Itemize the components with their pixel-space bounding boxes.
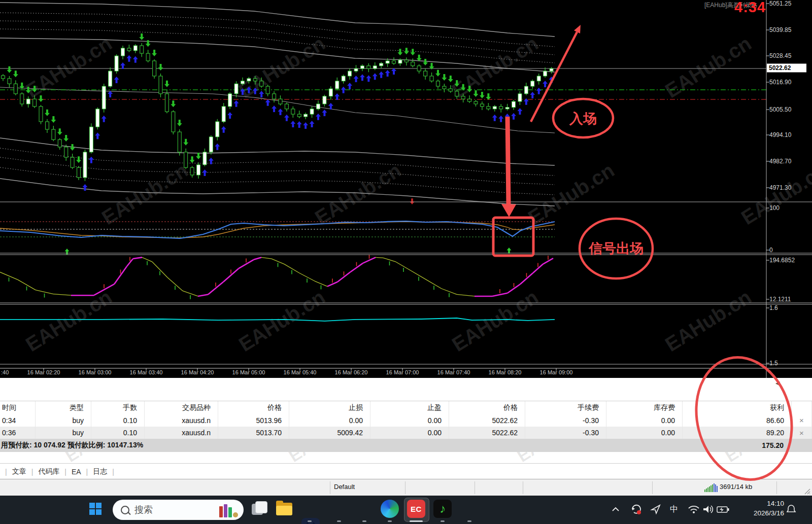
task-view-icon[interactable]	[250, 500, 268, 518]
tab-separator: |	[31, 468, 33, 476]
table-cell: 86.60	[683, 414, 792, 427]
price-scale-label: 1.6	[769, 304, 778, 311]
file-explorer-icon[interactable]	[275, 500, 293, 518]
tray-clock[interactable]: 14:10 2026/3/16	[733, 499, 784, 518]
toolbox-tab-4[interactable]: 日志	[93, 467, 107, 476]
time-scale-label: 16 Mar 07:40	[437, 369, 470, 375]
price-scale-label: 4994.10	[769, 131, 791, 138]
desktop: EAHub.cnEAHub.cnEAHub.cnEAHub.cnEAHub.cn…	[0, 0, 812, 524]
table-cell: -0.30	[525, 427, 606, 439]
speaker-icon[interactable]	[701, 503, 715, 516]
table-cell: 0.00	[289, 414, 370, 427]
taskbar: 搜索 EC ♪	[0, 496, 812, 524]
open-indicator	[388, 520, 392, 522]
time-scale-label: 16 Mar 06:20	[335, 369, 368, 375]
table-cell: 5022.62	[449, 414, 525, 427]
price-scale-label: 0	[769, 247, 773, 254]
column-header[interactable]: 止盈	[370, 401, 449, 414]
location-icon[interactable]	[649, 503, 662, 516]
wifi-icon[interactable]	[687, 503, 700, 516]
column-header[interactable]: 手数	[91, 401, 145, 414]
tray-date: 2026/3/16	[733, 508, 784, 518]
table-cell: 0:34	[0, 414, 36, 427]
price-scale-label: 5051.25	[769, 0, 791, 7]
connection-bars-icon	[704, 482, 719, 493]
price-scale-label: 4971.30	[769, 184, 791, 191]
qq-music-icon[interactable]: ♪	[433, 500, 452, 518]
open-indicator	[467, 520, 471, 522]
resize-grip[interactable]	[804, 488, 811, 495]
table-cell: 0.00	[606, 427, 683, 439]
table-row[interactable]: 0:34buy0.10xauusd.n5013.960.000.005022.6…	[0, 414, 812, 427]
ec-app-icon[interactable]: EC	[407, 500, 425, 518]
time-scale-label: 16 Mar 03:40	[130, 369, 163, 375]
toolbox-tab-2[interactable]: 代码库	[38, 467, 59, 476]
table-cell: 5009.42	[289, 427, 370, 439]
time-scale-label: 16 Mar 04:20	[181, 369, 214, 375]
column-header[interactable]: 价格	[218, 401, 289, 414]
margin-summary: 用预付款: 10 074.92 预付款比例: 10147.13%	[0, 441, 143, 450]
divider	[475, 481, 475, 494]
current-price-tag: 5022.62	[767, 64, 806, 73]
status-bar: Default 3691/14 kb	[0, 479, 812, 496]
column-header[interactable]: 时间	[0, 401, 36, 414]
price-scale-label: 100	[769, 204, 780, 212]
price-chart[interactable]: EAHub.cnEAHub.cnEAHub.cnEAHub.cnEAHub.cn…	[0, 0, 812, 378]
time-scale-label: 16 Mar 07:00	[386, 369, 419, 375]
account-summary-row: 用预付款: 10 074.92 预付款比例: 10147.13% 175.20	[0, 439, 812, 452]
table-row[interactable]: 0:36buy0.10xauusd.n5013.705009.420.00502…	[0, 427, 812, 439]
notification-bell-icon[interactable]	[785, 503, 798, 516]
edge-icon[interactable]	[381, 500, 399, 518]
table-cell: 5022.62	[449, 427, 525, 439]
close-position-button[interactable]: ×	[792, 414, 812, 427]
table-cell: 5013.96	[218, 414, 289, 427]
column-header[interactable]: 类型	[36, 401, 91, 414]
price-scale-label: 5016.90	[769, 79, 791, 86]
column-header[interactable]: 交易品种	[145, 401, 218, 414]
tab-separator: |	[64, 468, 66, 476]
toolbox-tab-1[interactable]: 文章	[12, 467, 26, 476]
tray-time: 14:10	[733, 499, 784, 508]
table-cell: 5013.70	[218, 427, 289, 439]
column-header[interactable]: 手续费	[525, 401, 606, 414]
column-header[interactable]	[792, 401, 812, 414]
traffic-counter: 3691/14 kb	[720, 483, 752, 491]
time-scale-label: 16 Mar 05:40	[284, 369, 317, 375]
tab-separator: |	[86, 468, 88, 476]
time-scale-label: 16 Mar 02:20	[27, 369, 60, 375]
tray-chevron-icon[interactable]	[609, 503, 622, 516]
start-button[interactable]	[86, 500, 105, 518]
sync-icon[interactable]	[630, 503, 643, 516]
column-header[interactable]: 库存费	[606, 401, 683, 414]
time-scale-label: 16 Mar 03:00	[79, 369, 112, 375]
table-cell: 0.00	[606, 414, 683, 427]
column-header[interactable]: 价格	[449, 401, 525, 414]
trade-table-header: 时间类型手数交易品种价格止损止盈价格手续费库存费获利	[0, 401, 812, 415]
profile-selector[interactable]: Default	[334, 483, 355, 491]
time-scale-label: 16 Mar 08:20	[489, 369, 522, 375]
price-scale-label: 12.1211	[769, 296, 791, 303]
battery-icon[interactable]	[717, 503, 730, 516]
tab-scroll-icon[interactable]: ◀	[775, 380, 780, 387]
chart-canvas[interactable]	[0, 0, 812, 378]
candle-countdown: 4:34	[734, 0, 766, 16]
ime-indicator[interactable]: 中	[667, 503, 681, 516]
open-indicator	[337, 520, 341, 522]
time-scale-label: :40	[1, 369, 9, 375]
column-header[interactable]: 获利	[683, 401, 792, 414]
open-indicator	[362, 520, 366, 522]
table-cell: xauusd.n	[145, 427, 218, 439]
column-header[interactable]: 止损	[289, 401, 370, 414]
table-cell: buy	[36, 427, 91, 439]
divider	[330, 481, 330, 494]
price-scale-label: 1.5	[769, 360, 778, 367]
table-cell: buy	[36, 414, 91, 427]
open-indicator	[308, 520, 312, 522]
close-position-button[interactable]: ×	[792, 427, 812, 439]
search-input[interactable]: 搜索	[113, 500, 244, 520]
divider	[405, 481, 405, 494]
divider	[776, 481, 777, 494]
price-scale-label: 194.6852	[769, 257, 795, 264]
search-placeholder: 搜索	[134, 504, 153, 516]
toolbox-tab-3[interactable]: EA	[72, 468, 81, 476]
